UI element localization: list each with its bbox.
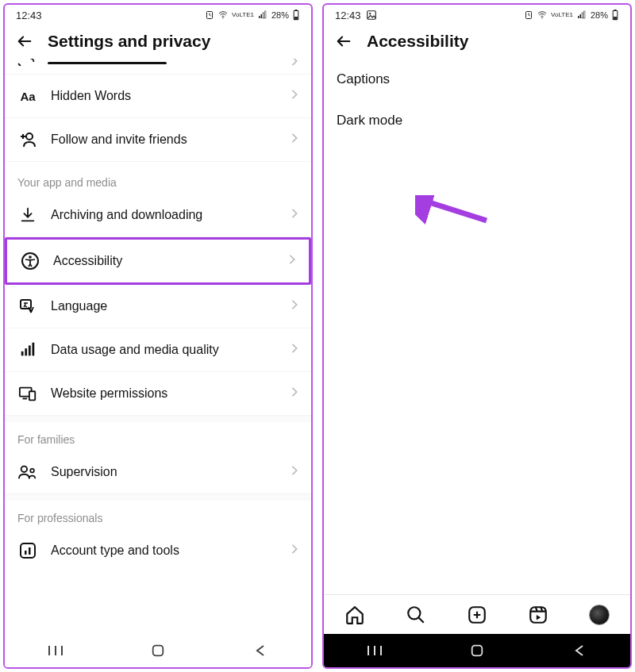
svg-rect-18 xyxy=(29,391,35,400)
svg-rect-24 xyxy=(153,646,164,656)
svg-rect-4 xyxy=(263,13,264,18)
android-recents-icon[interactable] xyxy=(46,641,65,660)
svg-point-20 xyxy=(30,469,34,473)
annotation-arrow-icon xyxy=(415,195,495,227)
row-hidden-words[interactable]: Aa Hidden Words xyxy=(5,75,311,118)
supervision-icon xyxy=(17,462,38,482)
chat-limit-icon xyxy=(17,59,35,70)
chevron-right-icon xyxy=(291,543,298,558)
svg-rect-13 xyxy=(21,351,24,356)
tab-profile-avatar[interactable] xyxy=(588,604,610,626)
svg-rect-7 xyxy=(295,10,298,10)
chevron-right-icon xyxy=(291,208,298,222)
chevron-right-icon xyxy=(291,89,298,103)
row-captions[interactable]: Captions xyxy=(324,59,630,100)
chevron-right-icon xyxy=(291,132,298,147)
svg-rect-29 xyxy=(578,16,579,18)
tab-create-icon[interactable] xyxy=(466,604,488,626)
android-recents-icon[interactable] xyxy=(365,641,384,660)
svg-point-28 xyxy=(541,17,543,19)
network-label: VoLTE1 xyxy=(551,12,573,18)
add-friend-icon xyxy=(17,129,38,150)
back-icon[interactable] xyxy=(335,33,352,50)
row-language[interactable]: Language xyxy=(5,285,311,328)
svg-rect-3 xyxy=(260,14,262,18)
section-app-media: Your app and media xyxy=(5,162,311,194)
android-home-icon[interactable] xyxy=(148,641,167,660)
tab-home-icon[interactable] xyxy=(344,604,366,626)
status-time: 12:43 xyxy=(16,10,42,21)
svg-rect-31 xyxy=(582,13,583,18)
battery-saver-icon xyxy=(205,10,214,20)
svg-rect-39 xyxy=(530,607,546,623)
row-data-usage[interactable]: Data usage and media quality xyxy=(5,328,311,372)
row-label: Accessibility xyxy=(53,254,275,268)
row-website-permissions[interactable]: Website permissions xyxy=(5,372,311,416)
tab-reels-icon[interactable] xyxy=(527,604,549,626)
row-limited-interactions[interactable] xyxy=(5,59,311,75)
android-nav-bar xyxy=(324,634,630,667)
phone-settings: 12:43 VoLTE1 28% Settings and privacy xyxy=(3,3,313,669)
page-title: Accessibility xyxy=(367,32,468,51)
battery-saver-icon xyxy=(524,10,533,20)
svg-point-9 xyxy=(26,133,33,140)
status-bar: 12:43 VoLTE1 28% xyxy=(5,5,311,25)
android-home-icon[interactable] xyxy=(468,641,487,660)
accessibility-icon xyxy=(20,251,40,271)
chevron-right-icon xyxy=(291,465,298,479)
row-archiving[interactable]: Archiving and downloading xyxy=(5,194,311,237)
battery-icon xyxy=(292,10,300,21)
svg-rect-16 xyxy=(33,343,35,356)
row-label: Archiving and downloading xyxy=(51,208,278,222)
chevron-right-icon xyxy=(291,299,298,313)
svg-point-1 xyxy=(222,17,224,19)
svg-rect-2 xyxy=(259,16,260,18)
status-right: VoLTE1 28% xyxy=(205,10,300,21)
chevron-right-icon xyxy=(291,343,298,357)
svg-rect-23 xyxy=(29,547,31,555)
svg-point-26 xyxy=(369,13,371,14)
row-supervision[interactable]: Supervision xyxy=(5,451,311,494)
row-dark-mode[interactable]: Dark mode xyxy=(324,100,630,141)
row-follow-invite[interactable]: Follow and invite friends xyxy=(5,118,311,162)
language-icon xyxy=(17,296,38,317)
chevron-right-icon xyxy=(291,59,298,70)
svg-rect-40 xyxy=(472,646,483,656)
page-title: Settings and privacy xyxy=(48,32,210,51)
header: Settings and privacy xyxy=(5,25,311,59)
row-label: Language xyxy=(51,299,278,313)
android-nav-bar xyxy=(5,634,311,667)
svg-rect-14 xyxy=(25,348,27,355)
svg-rect-32 xyxy=(583,11,585,18)
status-bar: 12:43 VoLTE1 28% xyxy=(324,5,630,25)
back-icon[interactable] xyxy=(16,33,33,50)
image-indicator-icon xyxy=(366,10,377,21)
svg-rect-22 xyxy=(25,551,27,555)
row-accessibility[interactable]: Accessibility xyxy=(5,237,311,285)
chevron-right-icon xyxy=(288,254,296,268)
android-back-icon[interactable] xyxy=(570,641,589,660)
bars-icon xyxy=(17,340,38,360)
section-families: For families xyxy=(5,416,311,451)
row-account-type[interactable]: Account type and tools xyxy=(5,529,311,572)
svg-rect-8 xyxy=(294,17,298,19)
signal-icon xyxy=(576,10,587,20)
header: Accessibility xyxy=(324,25,630,59)
hidden-words-icon: Aa xyxy=(17,86,38,106)
android-back-icon[interactable] xyxy=(251,641,270,660)
account-tools-icon xyxy=(17,540,38,561)
row-label: Account type and tools xyxy=(51,543,278,558)
status-right: VoLTE1 28% xyxy=(524,10,619,21)
phone-accessibility: 12:43 VoLTE1 28% Accessibility xyxy=(322,3,632,669)
network-label: VoLTE1 xyxy=(232,12,254,18)
app-tab-bar xyxy=(324,594,630,634)
svg-line-36 xyxy=(421,200,487,221)
row-label: Follow and invite friends xyxy=(51,132,278,147)
accessibility-list: Captions Dark mode xyxy=(324,59,630,594)
chevron-right-icon xyxy=(291,386,298,401)
tab-search-icon[interactable] xyxy=(405,604,427,626)
cutoff-label xyxy=(48,60,278,66)
svg-point-11 xyxy=(29,255,32,259)
svg-rect-21 xyxy=(21,543,35,558)
svg-point-19 xyxy=(21,467,27,472)
